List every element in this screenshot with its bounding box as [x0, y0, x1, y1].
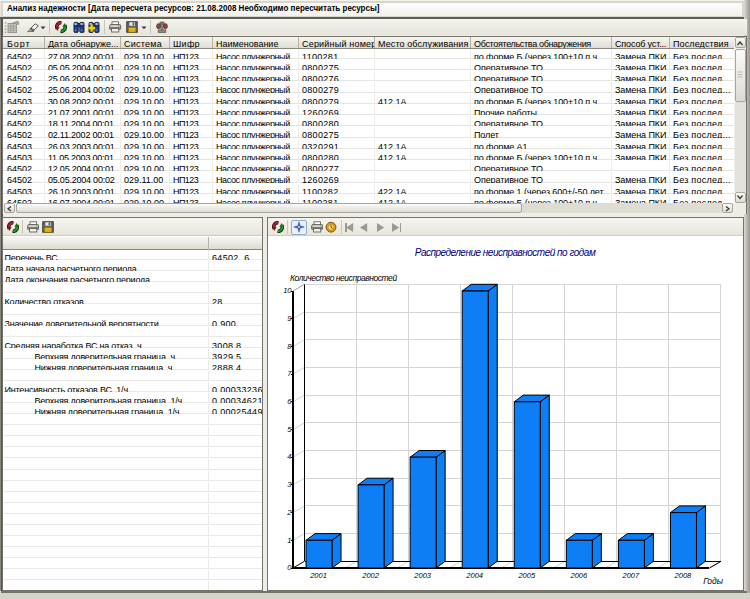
svg-text:2006: 2006 — [569, 571, 588, 580]
svg-text:2004: 2004 — [465, 571, 483, 580]
svg-text:2002: 2002 — [361, 571, 380, 580]
svg-text:2007: 2007 — [622, 571, 641, 580]
svg-text:2003: 2003 — [413, 571, 432, 580]
svg-text:1: 1 — [287, 536, 291, 545]
svg-text:Количество неисправностей: Количество неисправностей — [290, 273, 397, 283]
svg-text:2: 2 — [286, 508, 292, 517]
svg-text:2001: 2001 — [309, 571, 327, 580]
svg-text:10: 10 — [283, 286, 292, 295]
svg-text:2008: 2008 — [674, 571, 693, 580]
svg-text:Распределение неисправностей п: Распределение неисправностей по годам — [415, 247, 596, 258]
svg-text:Годы: Годы — [703, 576, 724, 586]
svg-text:4: 4 — [287, 452, 291, 461]
svg-text:2005: 2005 — [517, 571, 536, 580]
